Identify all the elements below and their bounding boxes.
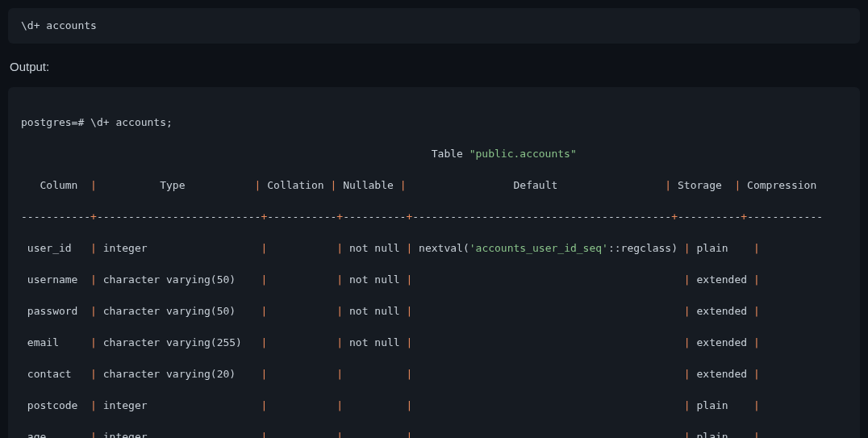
- prompt-text: postgres=#: [21, 116, 90, 128]
- table-title-line: Table "public.accounts": [21, 146, 847, 162]
- table-row: age | integer | | | | plain |: [21, 429, 847, 439]
- prompt-command: \d+ accounts;: [90, 116, 173, 128]
- table-row: email | character varying(255) | | not n…: [21, 335, 847, 351]
- table-name: "public.accounts": [469, 148, 577, 160]
- header-row: Column | Type | Collation | Nullable | D…: [21, 177, 847, 194]
- prompt-line-1: postgres=# \d+ accounts;: [21, 115, 847, 131]
- terminal-output: postgres=# \d+ accounts; Table "public.a…: [8, 87, 860, 438]
- separator-row: -----------+--------------------------+-…: [21, 209, 847, 225]
- table-row: user_id | integer | | not null | nextval…: [21, 240, 847, 257]
- table-row: username | character varying(50) | | not…: [21, 272, 847, 288]
- output-label: Output:: [10, 58, 860, 77]
- table-row: contact | character varying(20) | | | | …: [21, 366, 847, 382]
- table-row: password | character varying(50) | | not…: [21, 303, 847, 319]
- command-code-block: \d+ accounts: [8, 8, 860, 44]
- command-text: \d+ accounts: [21, 19, 97, 31]
- table-row: postcode | integer | | | | plain |: [21, 398, 847, 414]
